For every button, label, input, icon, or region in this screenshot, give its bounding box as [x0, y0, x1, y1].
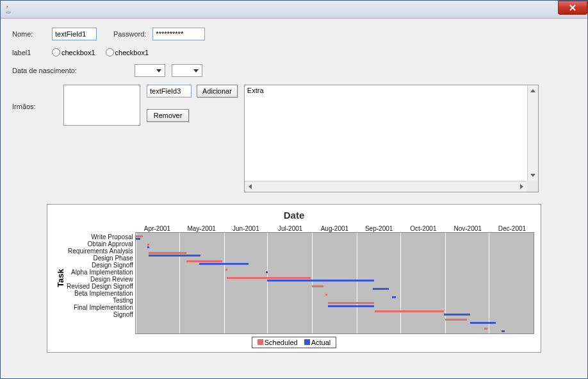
checkbox2-label: checkbox1 [115, 49, 149, 56]
x-tick-label: Jul-2001 [268, 225, 313, 232]
textfield3-input[interactable] [147, 85, 192, 97]
chevron-down-icon [156, 69, 161, 72]
y-tick-label: Signoff [67, 311, 135, 318]
bar-actual [149, 255, 200, 257]
scrollbar-vertical[interactable] [527, 85, 538, 181]
bar-scheduled [484, 328, 487, 330]
x-tick-label: May-2001 [179, 225, 224, 232]
x-tick-label: Oct-2001 [401, 225, 445, 232]
scroll-up-icon[interactable] [528, 85, 538, 96]
bar-scheduled [227, 277, 311, 279]
scrollbar-horizontal[interactable] [245, 181, 538, 192]
extra-textarea[interactable]: Extra [244, 85, 539, 192]
y-tick-label: Final Implementation [67, 304, 135, 311]
nome-input[interactable] [52, 28, 97, 40]
y-tick-label: Testing [67, 297, 135, 304]
y-tick-label: Beta Implementation [67, 290, 135, 297]
bar-actual [266, 271, 268, 273]
application-window: Nome: Password: label1 checkbox1 checkbo… [0, 0, 588, 379]
remover-button[interactable]: Remover [147, 109, 189, 122]
legend-swatch-actual [304, 339, 310, 345]
checkbox2-radio[interactable] [106, 48, 114, 56]
extra-text: Extra [245, 85, 538, 96]
chart-legend: Scheduled Actual [54, 337, 534, 348]
bar-scheduled [147, 244, 149, 246]
gantt-chart: Date Task Write ProposalObtain ApprovalR… [47, 204, 541, 353]
nome-label: Nome: [12, 30, 45, 38]
plot-area [135, 232, 534, 334]
dob-label: Data de nascimento: [12, 67, 77, 74]
adicionar-button[interactable]: Adicionar [197, 85, 238, 97]
bar-scheduled [186, 260, 222, 262]
bar-scheduled [225, 269, 227, 271]
password-label: Password: [113, 30, 146, 38]
chevron-down-icon [193, 69, 199, 72]
legend-actual: Actual [311, 339, 331, 346]
password-input[interactable] [152, 28, 205, 40]
x-tick-label: Sep-2001 [357, 225, 401, 232]
titlebar[interactable] [1, 1, 587, 19]
checkbox1-label: checkbox1 [61, 49, 95, 56]
x-tick-label: Dec-2001 [490, 225, 534, 232]
y-tick-label: Alpha Implementation [67, 269, 135, 276]
java-icon [3, 4, 13, 15]
bar-scheduled [375, 310, 444, 312]
bar-actual [470, 322, 496, 324]
y-tick-label: Design Phase [67, 255, 135, 262]
bar-actual [147, 246, 149, 248]
y-tick-label: Requirements Analysis [67, 248, 135, 255]
irmaos-listbox[interactable] [63, 85, 140, 126]
y-tick-label: Write Proposal [67, 233, 135, 240]
scroll-down-icon[interactable] [528, 170, 538, 181]
irmaos-label: Irmãos: [12, 103, 45, 110]
label1: label1 [12, 49, 45, 56]
bar-scheduled [325, 294, 327, 296]
bar-actual [373, 288, 389, 290]
scroll-left-icon[interactable] [245, 181, 256, 192]
bar-scheduled [328, 302, 374, 304]
x-axis-ticks: Apr-2001May-2001Jun-2001Jul-2001Aug-2001… [135, 222, 534, 232]
legend-scheduled: Scheduled [265, 339, 298, 346]
y-tick-label: Design Signoff [67, 262, 135, 269]
dob-combo-2[interactable] [172, 64, 202, 77]
x-tick-label: Apr-2001 [135, 225, 179, 232]
close-button[interactable] [558, 1, 587, 15]
bar-actual [392, 296, 396, 298]
y-tick-label: Revised Design Signoff [67, 283, 135, 290]
y-axis-ticks: Write ProposalObtain ApprovalRequirement… [67, 222, 135, 334]
bar-scheduled [445, 319, 467, 321]
y-tick-label: Obtain Approval [67, 240, 135, 248]
bar-actual [328, 305, 374, 307]
form-panel: Nome: Password: label1 checkbox1 checkbo… [1, 19, 587, 201]
bar-scheduled [312, 285, 323, 287]
chart-title: Date [54, 210, 534, 221]
dob-combo-1[interactable] [135, 64, 165, 77]
checkbox1-radio[interactable] [52, 48, 60, 56]
bar-actual [199, 263, 249, 265]
scroll-corner [527, 181, 538, 192]
x-tick-label: Jun-2001 [224, 225, 268, 232]
y-axis-label: Task [54, 222, 67, 334]
bar-actual [136, 238, 140, 240]
bar-actual [502, 330, 505, 332]
scroll-right-icon[interactable] [516, 181, 527, 192]
bar-actual [267, 280, 374, 282]
bar-scheduled [136, 235, 143, 237]
y-tick-label: Design Review [67, 276, 135, 283]
bar-actual [444, 314, 470, 316]
legend-swatch-scheduled [257, 339, 263, 345]
x-tick-label: Aug-2001 [313, 225, 357, 232]
bar-scheduled [149, 252, 186, 254]
x-tick-label: Nov-2001 [446, 225, 490, 232]
